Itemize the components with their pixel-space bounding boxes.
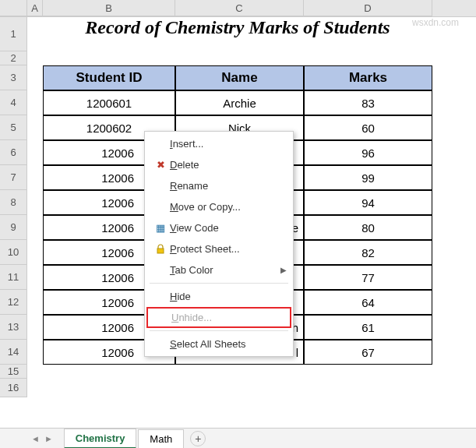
cell-marks[interactable]: 61 <box>304 315 432 340</box>
cell-A14[interactable] <box>27 340 43 365</box>
cell-marks[interactable]: 96 <box>304 140 432 165</box>
row-15: 15 <box>0 365 476 379</box>
spreadsheet-grid: wsxdn.com A B C D 1 Record of Chemistry … <box>0 0 476 448</box>
row-2: 2 <box>0 51 476 65</box>
menu-select-all-sheets-label: Select All Sheets <box>170 338 287 350</box>
new-sheet-button[interactable]: + <box>190 431 206 446</box>
column-header-B[interactable]: B <box>43 0 175 16</box>
cell-A10[interactable] <box>27 240 43 265</box>
menu-delete[interactable]: ✖ Delete <box>145 154 293 175</box>
row-header-8[interactable]: 8 <box>0 190 27 215</box>
tab-chemistry[interactable]: Chemistry <box>64 429 137 449</box>
header-name[interactable]: Name <box>175 65 304 90</box>
tab-nav-next-icon[interactable]: ► <box>44 434 53 443</box>
row-header-14[interactable]: 14 <box>0 340 27 365</box>
menu-view-code-label: View Code <box>170 222 287 234</box>
row-header-4[interactable]: 4 <box>0 90 27 115</box>
menu-separator <box>150 330 288 331</box>
cell-A12[interactable] <box>27 290 43 315</box>
cell-C15[interactable] <box>175 365 304 379</box>
cell-marks[interactable]: 94 <box>304 190 432 215</box>
cell-marks[interactable]: 80 <box>304 215 432 240</box>
cell-name[interactable]: Archie <box>175 90 304 115</box>
column-header-C[interactable]: C <box>175 0 304 16</box>
cell-A6[interactable] <box>27 140 43 165</box>
row-header-2[interactable]: 2 <box>0 51 27 65</box>
row-header-16[interactable]: 16 <box>0 379 27 397</box>
menu-unhide-label: Unhide... <box>171 312 285 323</box>
column-header-D[interactable]: D <box>304 0 432 16</box>
row-header-1[interactable]: 1 <box>0 17 27 51</box>
watermark: wsxdn.com <box>412 17 459 28</box>
cell-marks[interactable]: 83 <box>304 90 432 115</box>
row-1: 1 Record of Chemistry Marks of Students <box>0 17 476 51</box>
menu-select-all-sheets[interactable]: Select All Sheets <box>145 333 293 355</box>
row-3: 3 Student ID Name Marks <box>0 65 476 90</box>
cell-D15[interactable] <box>304 365 432 379</box>
header-marks[interactable]: Marks <box>304 65 432 90</box>
menu-hide[interactable]: Hide <box>145 286 293 307</box>
cell-marks[interactable]: 99 <box>304 165 432 190</box>
cell-A8[interactable] <box>27 190 43 215</box>
menu-hide-label: Hide <box>170 291 287 302</box>
cell-A15[interactable] <box>27 365 43 379</box>
cell-marks[interactable]: 67 <box>304 340 432 365</box>
row-header-11[interactable]: 11 <box>0 265 27 290</box>
menu-rename[interactable]: Rename <box>145 175 293 196</box>
cell-A5[interactable] <box>27 115 43 140</box>
row-header-15[interactable]: 15 <box>0 365 27 379</box>
chevron-right-icon: ▶ <box>280 266 287 274</box>
cell-A13[interactable] <box>27 315 43 340</box>
select-all-corner[interactable] <box>0 0 27 16</box>
menu-tab-color-label: Tab Color <box>170 264 280 276</box>
menu-view-code[interactable]: ▦ View Code <box>145 217 293 238</box>
cell-D2[interactable] <box>304 51 432 65</box>
column-header-A[interactable]: A <box>27 0 43 16</box>
sheet-context-menu: Insert... ✖ Delete Rename Move or Copy..… <box>144 131 294 357</box>
cell-student-id[interactable]: 1200601 <box>43 90 175 115</box>
menu-move-or-copy-label: Move or Copy... <box>170 201 287 213</box>
row-header-5[interactable]: 5 <box>0 115 27 140</box>
svg-rect-0 <box>157 249 164 253</box>
menu-unhide[interactable]: Unhide... <box>146 307 291 328</box>
row-header-3[interactable]: 3 <box>0 65 27 90</box>
cell-A4[interactable] <box>27 90 43 115</box>
row-header-13[interactable]: 13 <box>0 315 27 340</box>
cell-A9[interactable] <box>27 215 43 240</box>
menu-protect-sheet-label: Protect Sheet... <box>170 243 287 255</box>
tab-nav-prev-icon[interactable]: ◄ <box>31 434 40 443</box>
row-header-6[interactable]: 6 <box>0 140 27 165</box>
cell-B15[interactable] <box>43 365 175 379</box>
tab-nav: ◄ ► <box>23 434 61 443</box>
menu-tab-color[interactable]: Tab Color ▶ <box>145 259 293 280</box>
cell-A2[interactable] <box>27 51 43 65</box>
cell-marks[interactable]: 82 <box>304 240 432 265</box>
delete-icon: ✖ <box>151 159 170 171</box>
tab-math[interactable]: Math <box>138 429 184 448</box>
cell-marks[interactable]: 60 <box>304 115 432 140</box>
cell-C2[interactable] <box>175 51 304 65</box>
menu-protect-sheet[interactable]: Protect Sheet... <box>145 238 293 259</box>
cell-marks[interactable]: 77 <box>304 265 432 290</box>
cell-marks[interactable]: 64 <box>304 290 432 315</box>
menu-separator <box>150 283 288 284</box>
header-student-id[interactable]: Student ID <box>43 65 175 90</box>
cell-A11[interactable] <box>27 265 43 290</box>
row-4: 4 1200601 Archie 83 <box>0 90 476 115</box>
cell-A3[interactable] <box>27 65 43 90</box>
menu-move-or-copy[interactable]: Move or Copy... <box>145 196 293 217</box>
protect-sheet-icon <box>151 244 170 255</box>
page-title[interactable]: Record of Chemistry Marks of Students <box>43 17 432 51</box>
cell-B2[interactable] <box>43 51 175 65</box>
row-header-7[interactable]: 7 <box>0 165 27 190</box>
column-headers-row: A B C D <box>0 0 476 17</box>
menu-insert[interactable]: Insert... <box>145 133 293 154</box>
row-header-9[interactable]: 9 <box>0 215 27 240</box>
row-16: 16 <box>0 379 476 397</box>
row-header-10[interactable]: 10 <box>0 240 27 265</box>
cell-A7[interactable] <box>27 165 43 190</box>
menu-insert-label: Insert... <box>170 138 287 150</box>
cell-A1[interactable] <box>27 17 43 51</box>
row-header-12[interactable]: 12 <box>0 290 27 315</box>
view-code-icon: ▦ <box>151 222 170 234</box>
